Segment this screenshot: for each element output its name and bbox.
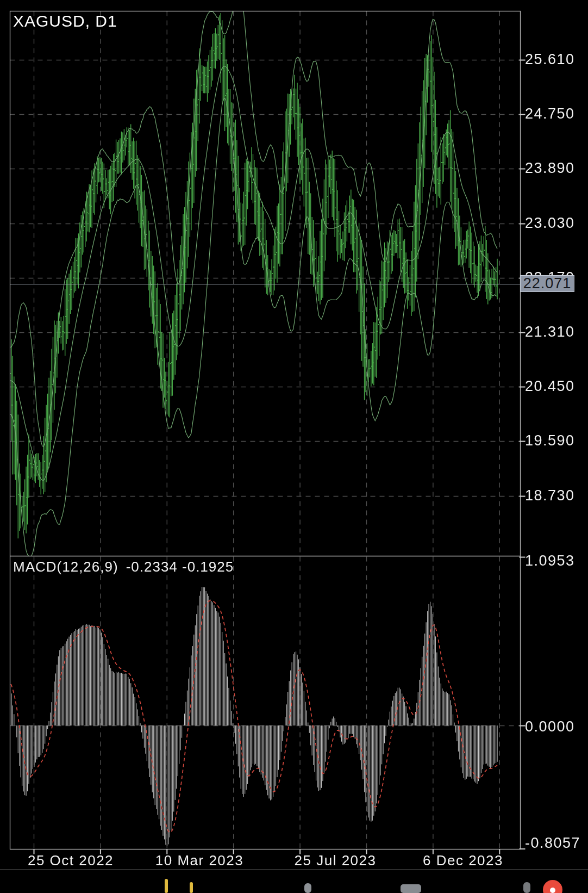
price-tick-label: 20.450 (525, 378, 575, 395)
macd-axis-zero-label: 0.0000 (525, 718, 575, 735)
macd-indicator-label: MACD(12,26,9)-0.2334 -0.1925 (13, 559, 241, 575)
macd-name: MACD(12,26,9) (13, 559, 118, 575)
price-tick-label: 25.610 (525, 51, 575, 68)
macd-axis-max-label: 1.0953 (525, 553, 575, 569)
price-tick-label: 24.750 (525, 106, 575, 122)
date-tick-label: 6 Dec 2023 (423, 852, 503, 869)
date-tick-label: 25 Jul 2023 (295, 852, 377, 869)
price-tick-label: 18.730 (525, 487, 575, 504)
price-tick-label: 21.310 (525, 324, 575, 340)
date-tick-label: 10 Mar 2023 (155, 852, 243, 869)
symbol-title: XAGUSD, D1 (13, 12, 117, 30)
price-tick-label: 23.890 (525, 160, 575, 177)
trading-chart-screen: XAGUSD, D1 MACD(12,26,9)-0.2334 -0.1925 … (0, 0, 588, 893)
current-price-badge: 22.071 (520, 275, 574, 292)
window-icon[interactable] (401, 884, 421, 893)
price-macd-chart-canvas[interactable] (0, 0, 588, 893)
profile-icon[interactable] (523, 882, 530, 893)
date-tick-label: 25 Oct 2022 (28, 852, 114, 869)
price-tick-label: 23.030 (525, 215, 575, 232)
macd-current-values: -0.2334 -0.1925 (126, 559, 234, 575)
candles-icon[interactable] (190, 882, 193, 893)
macd-axis-min-label: -0.8057 (525, 835, 580, 852)
candles-icon[interactable] (165, 879, 168, 893)
indicator-dot-icon[interactable] (304, 883, 311, 893)
price-tick-label: 19.590 (525, 432, 575, 449)
toolbar-divider (0, 869, 588, 870)
record-badge-dot (550, 888, 555, 893)
